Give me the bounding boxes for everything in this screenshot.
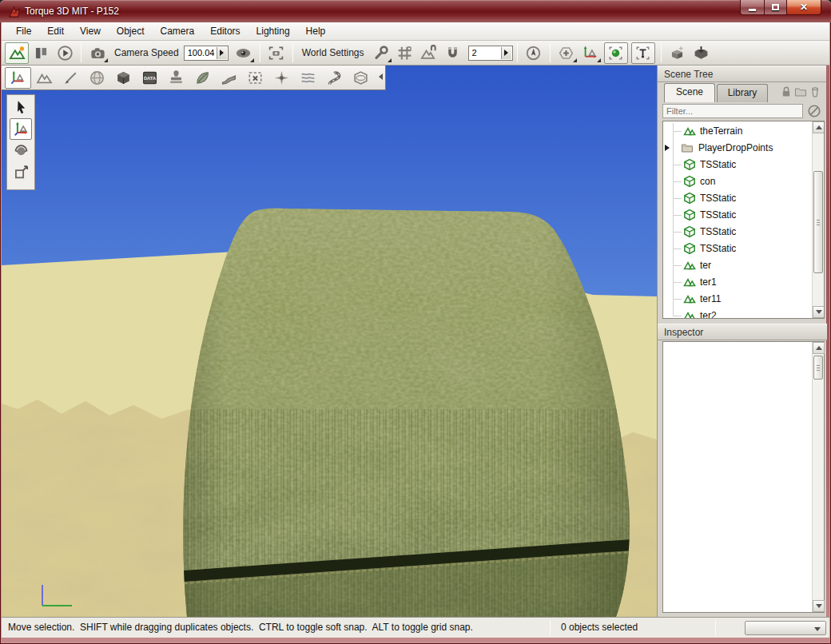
- menu-help[interactable]: Help: [298, 23, 334, 39]
- tree-item-ter2[interactable]: ter2: [663, 308, 811, 319]
- datablock-editor-button[interactable]: [137, 67, 163, 89]
- scroll-up-icon[interactable]: [813, 342, 825, 354]
- menu-editors[interactable]: Editors: [202, 23, 248, 39]
- terrain-icon: [683, 259, 696, 272]
- tree-item-ter11[interactable]: ter11: [663, 291, 811, 308]
- viewport-3d[interactable]: [2, 66, 657, 617]
- object-editor-button[interactable]: [5, 67, 31, 89]
- snap-size-spinner[interactable]: [501, 47, 511, 59]
- maximize-icon: [772, 4, 779, 10]
- package-box-button[interactable]: [666, 42, 690, 64]
- terrain-snap-button[interactable]: [417, 42, 441, 64]
- tree-scrollbar[interactable]: [812, 121, 824, 318]
- tab-scene[interactable]: Scene: [664, 83, 715, 102]
- filter-row: [658, 102, 826, 121]
- terrain-icon: [683, 125, 696, 137]
- scene-editor-button[interactable]: [5, 42, 29, 64]
- decal-editor-button[interactable]: [163, 67, 189, 89]
- tree-item-TSStatic[interactable]: TSStatic: [663, 157, 811, 173]
- scale-tool[interactable]: [10, 161, 32, 183]
- lock-icon[interactable]: [780, 85, 793, 98]
- shape-editor-button[interactable]: [110, 67, 137, 89]
- object-snap-button[interactable]: [441, 42, 465, 64]
- menu-file[interactable]: File: [8, 23, 39, 39]
- folder-icon[interactable]: [794, 85, 807, 98]
- move-tool[interactable]: [10, 118, 32, 140]
- mesh-road-editor-button[interactable]: [216, 67, 242, 89]
- inspector-scrollbar[interactable]: [812, 342, 824, 612]
- title-bar[interactable]: Torque 3D MIT - P152 ✕: [0, 0, 831, 22]
- text-render-toggle-button[interactable]: [631, 42, 655, 64]
- status-bar: Move selection. SHIFT while dragging dup…: [2, 617, 829, 638]
- forest-editor-button[interactable]: [189, 67, 216, 89]
- scroll-down-icon[interactable]: [813, 306, 825, 318]
- tool-settings-button[interactable]: [369, 42, 393, 64]
- folder-icon: [681, 141, 694, 154]
- add-object-button[interactable]: [555, 42, 579, 64]
- visibility-button[interactable]: [232, 42, 256, 64]
- minimize-button[interactable]: [740, 0, 764, 15]
- scrollbar-thumb[interactable]: [813, 171, 823, 273]
- filter-input[interactable]: [663, 105, 802, 117]
- menu-lighting[interactable]: Lighting: [249, 23, 298, 39]
- gizmo-settings-button[interactable]: [579, 42, 602, 64]
- camera-speed-spinner[interactable]: [217, 47, 227, 59]
- tree-item-ter1[interactable]: ter1: [663, 274, 811, 291]
- shape-icon: [683, 175, 696, 188]
- trash-icon[interactable]: [809, 85, 821, 98]
- tree-item-TSStatic[interactable]: TSStatic: [663, 190, 811, 207]
- camera-speed-field-wrap: [184, 46, 229, 61]
- screenshot-button[interactable]: [264, 42, 288, 64]
- window-layout-button[interactable]: [29, 42, 53, 64]
- scroll-up-icon[interactable]: [813, 121, 825, 133]
- main-toolbar: Camera Speed World Settings: [2, 41, 829, 66]
- shape-icon: [683, 192, 696, 205]
- grid-snap-button[interactable]: [393, 42, 417, 64]
- render-orb-toggle-button[interactable]: [604, 42, 628, 64]
- tree-item-TSStatic[interactable]: TSStatic: [663, 207, 811, 224]
- terrain-painter-button[interactable]: [58, 67, 84, 89]
- material-editor-button[interactable]: [84, 67, 110, 89]
- tree-item-ter[interactable]: ter: [663, 257, 811, 274]
- toolbar-collapse-icon[interactable]: [379, 74, 383, 80]
- tree-item-PlayerDropPoints[interactable]: PlayerDropPoints: [663, 140, 811, 157]
- select-arrow-tool[interactable]: [10, 97, 32, 118]
- window-title: Torque 3D MIT - P152: [25, 6, 119, 17]
- mission-area-editor-button[interactable]: [242, 67, 268, 89]
- sketch-tool-button[interactable]: [348, 67, 374, 89]
- camera-menu-button[interactable]: [85, 42, 109, 64]
- clear-filter-icon[interactable]: [807, 104, 821, 118]
- play-button[interactable]: [53, 42, 77, 64]
- terrain-editor-button[interactable]: [31, 67, 58, 89]
- viewport-scene: [2, 66, 657, 617]
- package-export-button[interactable]: [690, 42, 714, 64]
- camera-orbit-button[interactable]: [522, 42, 546, 64]
- status-dropdown[interactable]: [745, 621, 826, 635]
- minimize-icon: [749, 9, 756, 11]
- shape-icon: [683, 158, 696, 171]
- rotate-tool[interactable]: [10, 140, 32, 161]
- tool-palette: [6, 94, 35, 190]
- tree-item-con[interactable]: con: [663, 173, 811, 190]
- menu-edit[interactable]: Edit: [39, 23, 72, 39]
- close-button[interactable]: ✕: [786, 0, 821, 15]
- tree-item-TSStatic[interactable]: TSStatic: [663, 224, 811, 241]
- river-editor-button[interactable]: [295, 67, 321, 89]
- tree-item-TSStatic[interactable]: TSStatic: [663, 241, 811, 257]
- scroll-down-icon[interactable]: [813, 600, 825, 612]
- menu-camera[interactable]: Camera: [153, 23, 203, 39]
- tree-item-theTerrain[interactable]: theTerrain: [663, 123, 811, 140]
- tab-library[interactable]: Library: [717, 84, 768, 102]
- menu-object[interactable]: Object: [109, 23, 153, 39]
- particle-editor-button[interactable]: [268, 67, 295, 89]
- road-path-editor-button[interactable]: [321, 67, 348, 89]
- dropdown-corner-icon: [250, 58, 254, 62]
- dropdown-corner-icon: [104, 58, 108, 62]
- world-settings-label: World Settings: [297, 47, 369, 58]
- expand-arrow-icon[interactable]: [665, 145, 670, 151]
- status-message: Move selection. SHIFT while dragging dup…: [8, 618, 473, 638]
- maximize-button[interactable]: [764, 0, 786, 15]
- menu-view[interactable]: View: [72, 23, 109, 39]
- scene-tree-tabs: Scene Library: [658, 82, 826, 102]
- scrollbar-thumb[interactable]: [813, 356, 823, 380]
